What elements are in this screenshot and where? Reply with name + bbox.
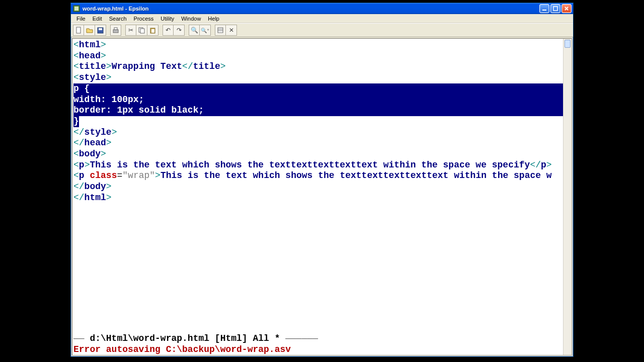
- app-icon: [72, 5, 80, 13]
- menubar: File Edit Search Process Utility Window …: [71, 14, 573, 23]
- find-icon[interactable]: 🔍: [189, 25, 200, 36]
- cancel-icon[interactable]: ✕: [226, 25, 237, 36]
- menu-file[interactable]: File: [73, 15, 89, 22]
- error-message: Error autosaving C:\backup\word-wrap.asv: [73, 344, 562, 355]
- svg-rect-2: [542, 10, 546, 11]
- status-area: —— d:\Html\word-wrap.html [Html] All * —…: [72, 333, 563, 355]
- redo-icon[interactable]: ↷: [174, 25, 185, 36]
- vertical-scrollbar[interactable]: [563, 39, 572, 355]
- undo-icon[interactable]: ↶: [163, 25, 174, 36]
- svg-rect-9: [113, 30, 118, 33]
- new-file-icon[interactable]: [73, 25, 84, 36]
- menu-edit[interactable]: Edit: [89, 15, 106, 22]
- app-window: word-wrap.html - Epsilon File Edit Searc…: [70, 3, 574, 357]
- open-file-icon[interactable]: [84, 25, 95, 36]
- svg-rect-8: [99, 28, 102, 30]
- editor-pane: <html> <head> <title>Wrapping Text</titl…: [72, 38, 572, 355]
- svg-rect-15: [218, 28, 223, 33]
- svg-rect-1: [74, 7, 78, 11]
- cut-icon[interactable]: ✂: [125, 25, 136, 36]
- toolbar: ✂ ↶ ↷ 🔍 🔍⁺ ✕: [71, 23, 573, 37]
- buffer-path: d:\Html\word-wrap.html [Html] All *: [90, 333, 280, 343]
- save-icon[interactable]: [95, 25, 106, 36]
- menu-utility[interactable]: Utility: [157, 15, 178, 22]
- svg-rect-12: [140, 29, 144, 33]
- close-button[interactable]: [561, 4, 572, 13]
- selected-text: p {: [73, 83, 563, 95]
- window-title: word-wrap.html - Epsilon: [83, 6, 539, 12]
- code-editor[interactable]: <html> <head> <title>Wrapping Text</titl…: [72, 39, 563, 332]
- svg-rect-10: [114, 28, 117, 30]
- print-icon[interactable]: [110, 25, 121, 36]
- minimize-button[interactable]: [539, 4, 549, 13]
- svg-rect-14: [151, 29, 154, 33]
- titlebar[interactable]: word-wrap.html - Epsilon: [71, 3, 573, 14]
- find-replace-icon[interactable]: 🔍⁺: [200, 25, 211, 36]
- menu-window[interactable]: Window: [178, 15, 204, 22]
- menu-help[interactable]: Help: [204, 15, 223, 22]
- maximize-button[interactable]: [550, 4, 560, 13]
- menu-search[interactable]: Search: [106, 15, 130, 22]
- scrollbar-thumb[interactable]: [565, 40, 571, 48]
- svg-rect-3: [553, 7, 557, 11]
- svg-rect-6: [76, 27, 80, 33]
- paste-icon[interactable]: [147, 25, 158, 36]
- window-buttons: [539, 4, 572, 13]
- copy-icon[interactable]: [136, 25, 147, 36]
- options-icon[interactable]: [215, 25, 226, 36]
- menu-process[interactable]: Process: [130, 15, 157, 22]
